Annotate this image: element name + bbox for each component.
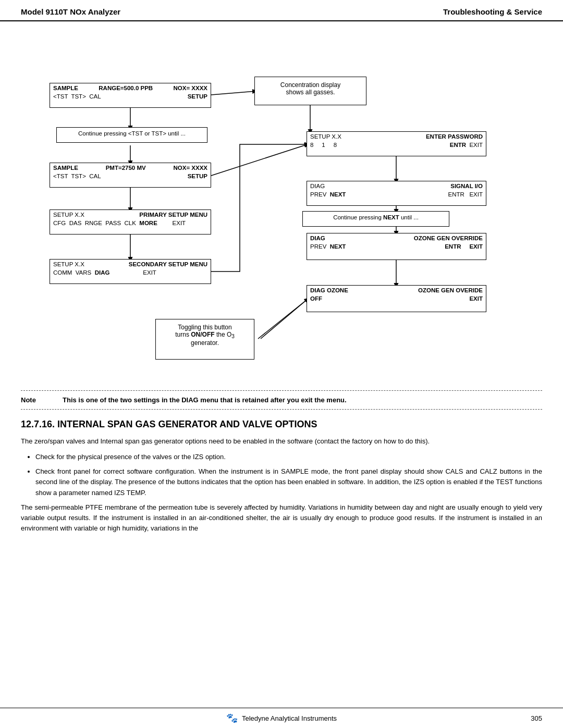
s6-diag: DIAG <box>310 183 325 189</box>
footer-center: 🐾 Teledyne Analytical Instruments <box>226 712 337 724</box>
s8-ozone: OZONE GEN OVERIDE <box>418 287 483 293</box>
callout-concentration: Concentration displayshows all gasses. <box>254 77 366 105</box>
s2-nox: NOX= XXXX <box>173 165 207 171</box>
main-content: SAMPLE RANGE=500.0 PPB NOX= XXXX <TST TS… <box>0 21 563 534</box>
s4-setup: SETUP X.X <box>53 261 84 267</box>
diagram: SAMPLE RANGE=500.0 PPB NOX= XXXX <TST TS… <box>21 31 542 385</box>
s6-signal: SIGNAL I/O <box>450 183 483 189</box>
callout-tst-text: Continue pressing <TST or TST> until ... <box>78 130 186 137</box>
s5-entr: ENTR EXIT <box>450 142 483 148</box>
note-label: Note <box>21 396 52 404</box>
section-heading: 12.7.16. INTERNAL SPAN GAS GENERATOR AND… <box>21 419 542 430</box>
svg-line-11 <box>258 299 308 339</box>
body-paragraph-2: The semi-permeable PTFE membrane of the … <box>21 502 542 534</box>
screen-primary-setup: SETUP X.X PRIMARY SETUP MENU CFG DAS RNG… <box>50 209 211 235</box>
screen-sample-range: SAMPLE RANGE=500.0 PPB NOX= XXXX <TST TS… <box>50 83 211 108</box>
s8-off: OFF <box>310 295 322 302</box>
svg-line-6 <box>211 144 308 176</box>
svg-line-4 <box>211 91 255 95</box>
s1-nox: NOX= XXXX <box>173 85 207 91</box>
page-number: 305 <box>531 714 542 722</box>
header-right: Troubleshooting & Service <box>443 7 542 16</box>
screen-enter-password: SETUP X.X ENTER PASSWORD 8 1 8 ENTR EXIT <box>307 131 486 156</box>
s3-setup: SETUP X.X <box>53 212 84 218</box>
s1-sample: SAMPLE <box>53 85 78 91</box>
section-number: 12.7.16. <box>21 419 55 429</box>
header-left: Model 9110T NOx Analyzer <box>21 7 120 16</box>
s8-diag: DIAG OZONE <box>310 287 348 293</box>
s2-setup: SETUP <box>188 173 207 179</box>
s2-sample: SAMPLE <box>53 165 78 171</box>
s1-tst: <TST TST> CAL <box>53 93 101 100</box>
s2-pmt: PMT=2750 MV <box>106 165 146 171</box>
bullet-list: Check for the physical presence of the v… <box>35 452 542 498</box>
s7-ozone: OZONE GEN OVERRIDE <box>414 235 483 241</box>
page-footer: 🐾 Teledyne Analytical Instruments 305 <box>0 708 563 728</box>
bullet-item-2: Check front panel for correct software c… <box>35 466 542 498</box>
callout-next-text: Continue pressing NEXT until ... <box>333 214 419 220</box>
callout-toggle-text: Toggling this button turns ON/OFF the O3… <box>175 324 235 347</box>
screen-ozone-override: DIAG OZONE GEN OVERRIDE PREV NEXT ENTR E… <box>307 233 486 260</box>
body-paragraph-1: The zero/span valves and Internal span g… <box>21 436 542 447</box>
s2-tst: <TST TST> CAL <box>53 173 101 179</box>
screen-ozone-overide: DIAG OZONE OZONE GEN OVERIDE OFF EXIT <box>307 285 486 312</box>
s8-exit: EXIT <box>469 295 483 302</box>
s1-setup: SETUP <box>188 93 207 100</box>
footer-logo: 🐾 <box>226 712 238 724</box>
s5-password: ENTER PASSWORD <box>426 133 483 140</box>
s3-primary: PRIMARY SETUP MENU <box>139 212 207 218</box>
s7-entr-exit: ENTR EXIT <box>445 243 483 250</box>
s1-range: RANGE=500.0 PPB <box>99 85 153 91</box>
section-title: INTERNAL SPAN GAS GENERATOR AND VALVE OP… <box>57 419 317 429</box>
screen-sample-pmt: SAMPLE PMT=2750 MV NOX= XXXX <TST TST> C… <box>50 163 211 188</box>
s5-code: 8 1 8 <box>310 142 337 148</box>
svg-line-12 <box>261 299 308 339</box>
s3-menu: CFG DAS RNGE PASS CLK MORE EXIT <box>53 220 186 226</box>
page-header: Model 9110T NOx Analyzer Troubleshooting… <box>0 0 563 21</box>
s4-secondary: SECONDARY SETUP MENU <box>129 261 207 267</box>
callout-toggle: Toggling this button turns ON/OFF the O3… <box>155 319 254 360</box>
callout-continue-tst: Continue pressing <TST or TST> until ... <box>56 127 207 143</box>
bullet-item-1: Check for the physical presence of the v… <box>35 452 542 462</box>
s6-prev-next: PREV NEXT <box>310 191 346 198</box>
note-text: This is one of the two settings in the D… <box>63 396 347 404</box>
callout-conc-text: Concentration displayshows all gasses. <box>280 81 340 96</box>
note-section: Note This is one of the two settings in … <box>21 390 542 410</box>
s7-diag: DIAG <box>310 235 325 241</box>
callout-continue-next: Continue pressing NEXT until ... <box>302 211 449 227</box>
screen-signal-io: DIAG SIGNAL I/O PREV NEXT ENTR EXIT <box>307 181 486 206</box>
s4-menu: COMM VARS DIAG EXIT <box>53 269 156 276</box>
screen-secondary-setup: SETUP X.X SECONDARY SETUP MENU COMM VARS… <box>50 259 211 284</box>
s7-prev-next: PREV NEXT <box>310 243 346 250</box>
s6-entr-exit: ENTR EXIT <box>448 191 483 198</box>
s5-setup: SETUP X.X <box>310 133 341 140</box>
footer-company: Teledyne Analytical Instruments <box>242 714 337 722</box>
